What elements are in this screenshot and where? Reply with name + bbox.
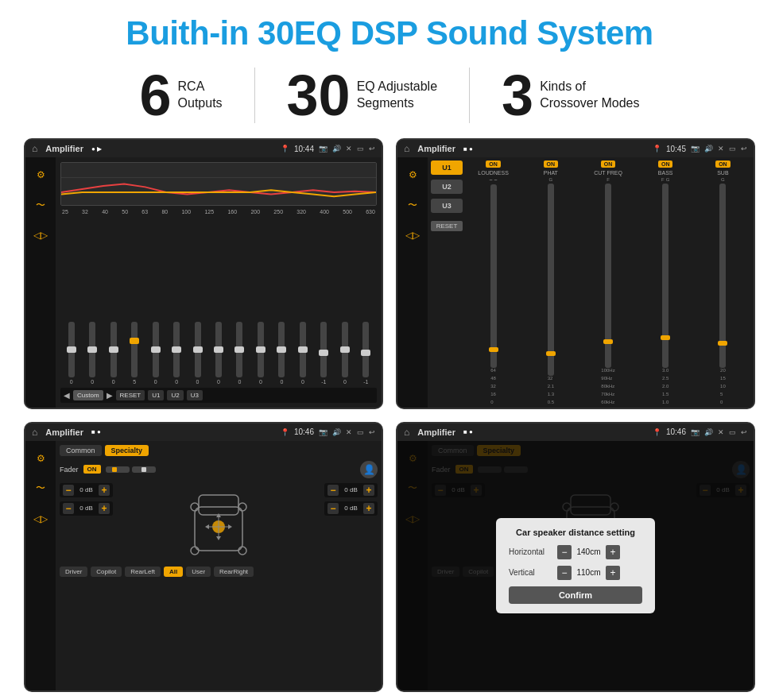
slider-track-4[interactable] [153, 322, 159, 377]
slider-thumb-3[interactable] [130, 338, 139, 344]
db-plus-fr[interactable]: + [363, 485, 374, 496]
back-icon-2[interactable]: ↩ [741, 145, 747, 153]
slider-thumb-9[interactable] [256, 346, 265, 353]
eq-reset-btn[interactable]: RESET [116, 390, 145, 400]
loudness-on[interactable]: ON [486, 160, 501, 168]
db-minus-fr[interactable]: − [327, 485, 339, 496]
sub-on[interactable]: ON [715, 160, 731, 168]
btn-user[interactable]: User [186, 567, 211, 577]
eq-custom-btn[interactable]: Custom [73, 390, 103, 400]
home-icon-3[interactable]: ⌂ [32, 427, 37, 438]
slider-track-8[interactable] [236, 322, 242, 377]
window-icon-1[interactable]: ▭ [357, 145, 364, 153]
sidebar-speaker-icon[interactable]: ◁▷ [29, 224, 52, 246]
btn-all[interactable]: All [164, 567, 183, 577]
slider-thumb-12[interactable] [319, 350, 328, 356]
bass-on[interactable]: ON [658, 160, 673, 168]
home-icon-2[interactable]: ⌂ [404, 143, 409, 154]
bass-thumb[interactable] [661, 335, 670, 340]
fader-h-slider-1[interactable] [106, 466, 130, 473]
close-icon-3[interactable]: ✕ [346, 428, 352, 436]
eq-u1-btn[interactable]: U1 [148, 390, 164, 400]
slider-thumb-13[interactable] [340, 346, 350, 353]
slider-track-3[interactable] [131, 322, 138, 377]
phat-on[interactable]: ON [544, 160, 559, 168]
back-icon-3[interactable]: ↩ [369, 428, 375, 436]
eq-u2-btn[interactable]: U2 [167, 390, 183, 400]
close-icon-1[interactable]: ✕ [346, 145, 352, 153]
slider-thumb-7[interactable] [214, 346, 223, 353]
phat-thumb[interactable] [546, 351, 556, 356]
back-icon-4[interactable]: ↩ [741, 428, 747, 436]
sidebar-eq-icon[interactable]: ⚙ [29, 164, 52, 186]
slider-track-7[interactable] [215, 322, 222, 377]
sidebar-wave-icon-3[interactable]: 〜 [29, 478, 52, 500]
cutfreq-on[interactable]: ON [601, 160, 616, 168]
loudness-slider[interactable] [490, 184, 497, 368]
slider-thumb-4[interactable] [151, 346, 161, 353]
loudness-thumb[interactable] [489, 347, 498, 352]
preset-u2[interactable]: U2 [431, 180, 463, 194]
slider-thumb-1[interactable] [87, 346, 97, 353]
fader-h-slider-2[interactable] [132, 466, 156, 473]
slider-track-14[interactable] [362, 322, 369, 377]
preset-u1[interactable]: U1 [431, 160, 463, 175]
slider-track-9[interactable] [258, 322, 264, 377]
slider-track-11[interactable] [300, 322, 306, 377]
eq-play-btn[interactable]: ▶ [107, 391, 113, 400]
back-icon-1[interactable]: ↩ [369, 145, 375, 153]
tab-specialty[interactable]: Specialty [105, 445, 149, 456]
slider-track-6[interactable] [195, 322, 201, 377]
db-minus-rr[interactable]: − [327, 503, 339, 514]
sidebar-speaker-icon-2[interactable]: ◁▷ [401, 224, 424, 246]
slider-track-0[interactable] [68, 322, 75, 377]
window-icon-3[interactable]: ▭ [357, 428, 364, 436]
slider-track-10[interactable] [278, 322, 285, 377]
confirm-button[interactable]: Confirm [509, 586, 642, 604]
slider-thumb-6[interactable] [193, 346, 203, 353]
btn-rearright[interactable]: RearRight [214, 567, 254, 577]
sidebar-eq-icon-3[interactable]: ⚙ [29, 447, 52, 470]
sidebar-speaker-icon-3[interactable]: ◁▷ [29, 508, 52, 530]
slider-thumb-8[interactable] [234, 346, 244, 353]
person-icon[interactable]: 👤 [360, 461, 378, 478]
tab-common[interactable]: Common [60, 445, 102, 456]
slider-thumb-2[interactable] [109, 346, 118, 353]
db-minus-rl[interactable]: − [63, 503, 74, 514]
vertical-plus-btn[interactable]: + [606, 566, 620, 580]
amp-reset-btn[interactable]: RESET [431, 221, 463, 231]
slider-thumb-14[interactable] [361, 350, 370, 356]
window-icon-4[interactable]: ▭ [729, 428, 736, 436]
close-icon-2[interactable]: ✕ [718, 145, 724, 153]
preset-u3[interactable]: U3 [431, 199, 463, 213]
sub-slider[interactable] [719, 184, 726, 368]
close-icon-4[interactable]: ✕ [718, 428, 724, 436]
sidebar-wave-icon-2[interactable]: 〜 [401, 194, 424, 216]
slider-track-13[interactable] [342, 322, 348, 377]
eq-u3-btn[interactable]: U3 [187, 390, 203, 400]
slider-thumb-10[interactable] [277, 346, 286, 353]
slider-track-1[interactable] [89, 322, 95, 377]
bass-slider[interactable] [662, 184, 669, 368]
slider-track-5[interactable] [173, 322, 180, 377]
db-plus-rl[interactable]: + [99, 503, 110, 514]
window-icon-2[interactable]: ▭ [729, 145, 736, 153]
btn-copilot[interactable]: Copilot [91, 567, 122, 577]
btn-rearleft[interactable]: RearLeft [125, 567, 161, 577]
cutfreq-thumb[interactable] [603, 339, 613, 344]
fader-on-btn[interactable]: ON [83, 465, 101, 474]
sub-thumb[interactable] [718, 341, 727, 346]
horizontal-plus-btn[interactable]: + [606, 545, 620, 559]
horizontal-minus-btn[interactable]: − [557, 545, 572, 559]
sidebar-wave-icon[interactable]: 〜 [29, 194, 52, 216]
sidebar-eq-icon-2[interactable]: ⚙ [401, 164, 424, 186]
phat-slider[interactable] [548, 184, 554, 376]
db-minus-fl[interactable]: − [63, 485, 74, 496]
slider-track-2[interactable] [110, 322, 117, 377]
btn-driver[interactable]: Driver [60, 567, 87, 577]
db-plus-rr[interactable]: + [363, 503, 374, 514]
db-plus-fl[interactable]: + [99, 485, 110, 496]
home-icon-1[interactable]: ⌂ [32, 143, 37, 154]
slider-thumb-5[interactable] [172, 346, 181, 353]
vertical-minus-btn[interactable]: − [557, 566, 572, 580]
